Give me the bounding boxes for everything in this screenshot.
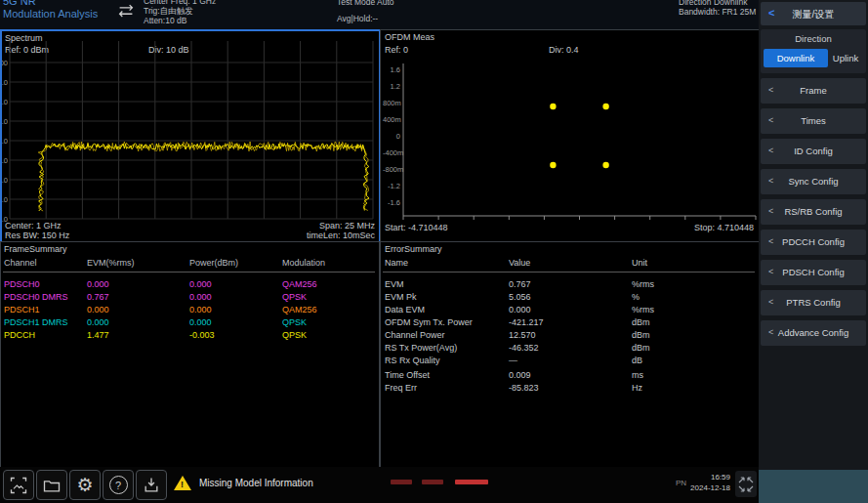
cell-power: -0.003 xyxy=(189,330,215,340)
ofdm-y-label: 400m xyxy=(383,115,400,124)
clock: 16:59 2024-12-18 xyxy=(683,472,730,493)
sidebar-item-frame[interactable]: < Frame xyxy=(761,78,866,104)
sidebar-item-pdcch-config[interactable]: < PDCCH Config xyxy=(761,230,866,255)
constellation-point xyxy=(550,162,556,168)
downlink-button[interactable]: Downlink xyxy=(764,49,828,67)
uplink-button[interactable]: Uplink xyxy=(827,49,864,67)
spectrum-y-label: -60.0 xyxy=(0,176,8,185)
sidebar-item-sync-config[interactable]: < Sync Config xyxy=(761,169,866,194)
cell-modulation: QPSK xyxy=(282,330,307,340)
table-row: PDSCH0 0.000 0.000 QAM256 xyxy=(1,279,379,292)
cell-value: 5.056 xyxy=(509,292,531,302)
cell-value: 0.009 xyxy=(509,370,531,380)
spectrum-plot xyxy=(2,31,379,241)
sidebar-item-label: PDSCH Config xyxy=(761,267,866,277)
app-mode-line2: Modulation Analysis xyxy=(3,8,98,20)
sidebar-header[interactable]: < 测量/设置 xyxy=(761,2,866,25)
sidebar-item-addvance-config[interactable]: < Addvance Config xyxy=(761,320,866,346)
ofdm-y-label: 1.6 xyxy=(383,65,400,74)
cell-evm: 0.767 xyxy=(87,292,109,302)
cell-value: -421.217 xyxy=(509,317,544,327)
col-header: Unit xyxy=(632,258,647,268)
table-row: PDCCH 1.477 -0.003 QPSK xyxy=(1,330,379,343)
sidebar-item-times[interactable]: < Times xyxy=(761,108,866,134)
settings-sidebar: < 测量/设置 Direction Downlink Uplink < Fram… xyxy=(759,0,868,503)
cell-unit: dBm xyxy=(632,317,650,327)
instrument-screen: 5G NR Modulation Analysis Center Freq: 1… xyxy=(0,0,868,503)
col-header: Power(dBm) xyxy=(189,258,238,268)
constellation-point xyxy=(602,104,608,109)
sidebar-item-label: RS/RB Config xyxy=(761,206,866,217)
spectrum-resbw: Res BW: 150 Hz xyxy=(5,231,69,240)
app-mode-line1: 5G NR xyxy=(3,0,36,7)
ofdm-y-label: 0 xyxy=(383,132,400,141)
screenshot-button[interactable] xyxy=(3,470,34,500)
table-row: OFDM Sym Tx. Power -421.217 dBm xyxy=(381,317,759,330)
table-row: Channel Power 12.570 dBm xyxy=(381,330,759,343)
cell-name: EVM Pk xyxy=(385,292,417,302)
status-dash xyxy=(455,480,488,484)
ofdm-meas-panel[interactable]: OFDM Meas Ref: 0 Div: 0.4 1.61.2800m400m… xyxy=(380,29,760,242)
download-icon xyxy=(142,476,161,495)
date-label: 2024-12-18 xyxy=(683,482,730,493)
cell-channel: PDSCH0 xyxy=(4,279,40,289)
spectrum-y-label: -40.0 xyxy=(0,137,8,146)
table-row: EVM Pk 5.056 % xyxy=(381,292,759,305)
cell-channel: PDSCH0 DMRS xyxy=(4,292,68,302)
spectrum-y-label: -20.0 xyxy=(0,98,8,106)
spectrum-panel[interactable]: Spectrum Ref: 0 dBm Div: 10 dB 0.00-10.0… xyxy=(0,29,381,243)
cell-modulation: QAM256 xyxy=(282,279,317,289)
cell-value: -46.352 xyxy=(509,343,539,353)
cell-modulation: QPSK xyxy=(282,292,307,302)
cell-value: 0.767 xyxy=(509,279,531,289)
repeat-icon xyxy=(115,4,137,19)
sidebar-item-label: PDCCH Config xyxy=(761,236,866,247)
connection-status[interactable] xyxy=(735,471,757,497)
sidebar-item-id-config[interactable]: < ID Config xyxy=(761,139,866,164)
help-button[interactable]: ? xyxy=(103,470,134,500)
cell-power: 0.000 xyxy=(189,279,212,289)
ofdm-y-label: 1.2 xyxy=(383,82,400,91)
sidebar-item-label: Sync Config xyxy=(761,176,866,187)
cell-unit: dBm xyxy=(632,343,650,353)
cell-power: 0.000 xyxy=(189,317,212,327)
error-summary-header-row: Name Value Unit xyxy=(381,258,759,271)
settings-button[interactable]: ⚙ xyxy=(69,470,101,500)
cell-name: OFDM Sym Tx. Power xyxy=(385,317,473,327)
col-header: Value xyxy=(509,258,530,268)
cell-evm: 0.000 xyxy=(87,305,109,314)
cell-unit: dB xyxy=(632,356,642,365)
frame-summary-header-row: Channel EVM(%rms) Power(dBm) Modulation xyxy=(1,258,379,271)
cell-modulation: QAM256 xyxy=(282,305,317,314)
cell-channel: PDSCH1 DMRS xyxy=(4,317,68,327)
spectrum-center: Center: 1 GHz xyxy=(5,221,62,231)
avg-hold-label: Avg|Hold:-- xyxy=(337,14,378,23)
spectrum-y-label: -30.0 xyxy=(0,117,8,126)
cell-name: Freq Err xyxy=(385,383,417,393)
cell-value: — xyxy=(509,356,517,365)
spectrum-y-label: -50.0 xyxy=(0,156,8,165)
cell-unit: dBm xyxy=(632,330,650,340)
spectrum-y-label: 0.00 xyxy=(0,59,8,67)
sidebar-item-rsrb-config[interactable]: < RS/RB Config xyxy=(761,199,866,225)
test-mode-label: Test Mode Auto xyxy=(337,0,394,7)
ofdm-y-label: -400m xyxy=(383,148,400,157)
table-row: PDSCH0 DMRS 0.767 0.000 QPSK xyxy=(1,292,379,305)
save-button[interactable] xyxy=(136,470,167,500)
col-header: Channel xyxy=(4,258,37,268)
sidebar-item-ptrs-config[interactable]: < PTRS Config xyxy=(761,290,866,315)
cell-power: 0.000 xyxy=(189,292,212,302)
cell-unit: ms xyxy=(632,370,643,380)
top-header: 5G NR Modulation Analysis Center Freq: 1… xyxy=(0,0,759,29)
constellation-plot xyxy=(381,30,759,241)
cell-unit: % xyxy=(632,292,640,302)
frame-summary-panel: FrameSummary Channel EVM(%rms) Power(dBm… xyxy=(0,241,380,468)
cell-unit: %rms xyxy=(632,279,654,289)
file-browser-button[interactable] xyxy=(36,470,67,500)
screenshot-icon xyxy=(9,476,28,495)
table-row: RS Tx Power(Avg) -46.352 dBm xyxy=(381,343,759,356)
cell-unit: %rms xyxy=(632,305,654,314)
sidebar-item-pdsch-config[interactable]: < PDSCH Config xyxy=(761,260,866,285)
cell-channel: PDSCH1 xyxy=(4,305,40,314)
direction-section-label: Direction xyxy=(761,33,866,44)
